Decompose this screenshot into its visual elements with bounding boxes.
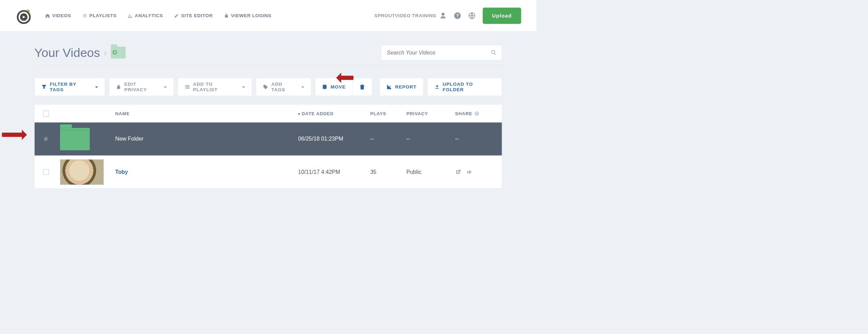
page-content: Your Videos › + Filter by Tags Edit Priv… <box>0 31 536 189</box>
filter-tags-label: Filter by Tags <box>50 81 91 92</box>
row-date: 10/11/17 4:42PM <box>298 169 370 175</box>
nav-site-editor-label: Site Editor <box>181 13 213 18</box>
title-row: Your Videos › + <box>34 45 502 65</box>
annotation-arrow-icon <box>2 130 32 140</box>
row-privacy: -- <box>406 136 455 142</box>
filter-tags-button[interactable]: Filter by Tags <box>34 78 105 96</box>
table-row[interactable]: New Folder 06/25/18 01:23PM -- -- -- <box>35 122 502 155</box>
report-label: Report <box>395 84 416 90</box>
row-date: 06/25/18 01:23PM <box>298 136 370 142</box>
nav-viewer-logins[interactable]: Viewer Logins <box>224 13 272 18</box>
move-delete-group: Move <box>315 78 372 96</box>
upload-button-label: Upload <box>492 13 512 19</box>
upload-button[interactable]: Upload <box>483 8 521 24</box>
share-arrow-icon[interactable] <box>455 169 461 175</box>
add-tags-button[interactable]: Add Tags <box>256 78 311 96</box>
move-button[interactable]: Move <box>315 78 353 96</box>
help-icon: ? <box>454 12 461 19</box>
upload-folder-label: Upload to Folder <box>443 81 495 92</box>
caret-down-icon <box>241 84 245 90</box>
list-icon <box>184 84 190 90</box>
table-header: Name Date Added Plays Privacy Share ? <box>35 105 502 122</box>
filter-icon <box>42 84 47 90</box>
col-plays[interactable]: Plays <box>370 111 406 116</box>
page-title: Your Videos › + <box>34 46 126 60</box>
folder-icon <box>60 128 90 150</box>
upload-icon <box>434 84 440 90</box>
toolbar: Filter by Tags Edit Privacy Add to Playl… <box>34 78 502 96</box>
caret-down-icon <box>94 84 98 90</box>
nav-site-editor[interactable]: Site Editor <box>174 13 213 18</box>
page-title-text: Your Videos <box>34 46 100 60</box>
top-navbar: Videos Playlists Analytics Site Editor V… <box>0 0 536 31</box>
help-button[interactable]: ? <box>454 12 461 19</box>
row-checkbox[interactable] <box>43 169 49 175</box>
table-row[interactable]: Toby 10/11/17 4:42PM 35 Public <box>35 156 502 189</box>
embed-icon[interactable] <box>466 169 472 175</box>
right-nav: SproutVideo Training ? Upload <box>374 8 521 24</box>
add-tags-label: Add Tags <box>271 81 297 92</box>
caret-down-icon <box>300 84 304 90</box>
svg-text:?: ? <box>456 13 459 18</box>
search-input[interactable] <box>387 49 491 56</box>
new-folder-button[interactable]: + <box>111 47 126 59</box>
row-share <box>455 169 502 175</box>
search-box <box>381 45 502 60</box>
video-thumbnail[interactable] <box>60 159 104 184</box>
trash-icon <box>359 84 366 90</box>
nav-playlists-label: Playlists <box>89 13 116 18</box>
report-button[interactable]: Report <box>380 78 424 96</box>
row-plays: -- <box>370 136 406 142</box>
row-name[interactable]: Toby <box>115 169 128 175</box>
help-icon[interactable]: ? <box>475 111 479 116</box>
upload-folder-button[interactable]: Upload to Folder <box>427 78 502 96</box>
add-playlist-button[interactable]: Add to Playlist <box>178 78 252 96</box>
svg-point-7 <box>264 86 265 86</box>
account-label: SproutVideo Training <box>374 13 436 18</box>
row-checkbox[interactable] <box>43 136 49 142</box>
account-menu[interactable]: SproutVideo Training <box>374 12 446 19</box>
delete-button[interactable] <box>353 78 372 96</box>
row-privacy: Public <box>406 169 455 175</box>
primary-nav: Videos Playlists Analytics Site Editor V… <box>45 13 374 18</box>
nav-viewer-logins-label: Viewer Logins <box>231 13 272 18</box>
search-icon[interactable] <box>491 50 496 55</box>
plus-icon: + <box>113 50 117 55</box>
nav-videos[interactable]: Videos <box>45 13 71 18</box>
col-date-added[interactable]: Date Added <box>298 111 370 116</box>
nav-analytics-label: Analytics <box>135 13 163 18</box>
nav-analytics[interactable]: Analytics <box>128 13 163 18</box>
nav-videos-label: Videos <box>52 13 71 18</box>
col-name[interactable]: Name <box>115 111 298 116</box>
add-playlist-label: Add to Playlist <box>193 81 238 92</box>
row-plays: 35 <box>370 169 406 175</box>
move-icon <box>322 84 328 90</box>
brand-logo[interactable] <box>15 7 32 24</box>
globe-button[interactable] <box>468 12 476 19</box>
col-privacy[interactable]: Privacy <box>406 111 455 116</box>
col-share[interactable]: Share <box>455 111 472 116</box>
user-icon <box>439 12 447 19</box>
svg-text:?: ? <box>476 112 478 115</box>
lock-icon <box>116 84 121 90</box>
svg-rect-6 <box>117 87 120 89</box>
edit-privacy-button[interactable]: Edit Privacy <box>109 78 174 96</box>
edit-privacy-label: Edit Privacy <box>124 81 160 92</box>
globe-icon <box>468 12 476 19</box>
videos-table: Name Date Added Plays Privacy Share ? Ne… <box>34 105 502 189</box>
select-all-checkbox[interactable] <box>43 110 49 116</box>
row-share: -- <box>455 136 502 142</box>
row-name[interactable]: New Folder <box>115 136 298 142</box>
breadcrumb-chevron-icon: › <box>104 47 107 58</box>
nav-playlists[interactable]: Playlists <box>82 13 116 18</box>
chart-icon <box>387 84 392 90</box>
caret-down-icon <box>163 84 167 90</box>
tag-icon <box>263 84 269 90</box>
move-label: Move <box>331 84 346 90</box>
